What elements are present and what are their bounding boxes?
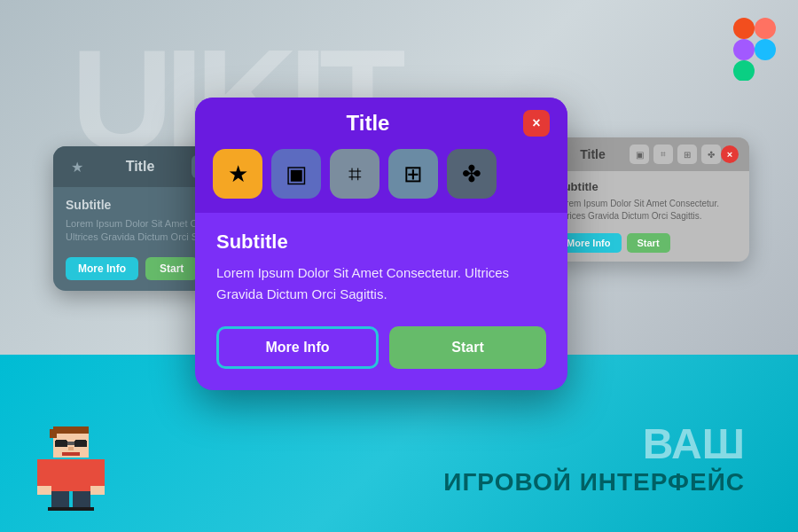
card-purple-close-button[interactable]: ×	[523, 110, 550, 137]
svg-rect-7	[50, 429, 57, 438]
card-light-icon-4: ✤	[701, 145, 721, 164]
card-purple: Title × ★ ▣ ⌗ ⊞ ✤ Subtitle Lorem Ipsum D…	[195, 98, 567, 390]
card-purple-buttons: More Info Start	[216, 326, 546, 369]
card-purple-subtitle: Subtitle	[216, 231, 546, 254]
figma-icon	[733, 18, 776, 71]
card-dark-start-button[interactable]: Start	[145, 257, 198, 280]
game-icon[interactable]: ✤	[447, 149, 497, 199]
card-light-subtitle: Subtitle	[556, 180, 739, 193]
svg-rect-10	[67, 442, 74, 445]
card-purple-moreinfo-button[interactable]: More Info	[216, 326, 379, 369]
key-icon[interactable]: ⌗	[330, 149, 379, 199]
svg-rect-16	[37, 486, 51, 495]
svg-rect-0	[733, 18, 755, 39]
card-dark-title: Title	[89, 159, 192, 175]
card-purple-header: Title ×	[195, 98, 567, 149]
card-light-body: Subtitle Lorem Ipsum Dolor Sit Amet Cons…	[545, 171, 749, 262]
card-dark-moreinfo-button[interactable]: More Info	[66, 257, 138, 280]
card-light-bodytext: Lorem Ipsum Dolor Sit Amet Consectetur. …	[556, 198, 739, 223]
card-light-icon-1: ▣	[630, 145, 649, 164]
star-icon: ★	[66, 155, 89, 178]
card-suit-icon[interactable]: ▣	[271, 149, 321, 199]
russian-line1: ВАШ	[443, 419, 745, 468]
card-light-close-button[interactable]: ×	[721, 145, 739, 163]
svg-rect-3	[733, 60, 755, 81]
card-light-start-button[interactable]: Start	[627, 233, 670, 253]
svg-rect-2	[733, 39, 755, 60]
card-light-header: Title ▣ ⌗ ⊞ ✤ ×	[545, 137, 749, 171]
card-light-icon-2: ⌗	[653, 145, 673, 164]
svg-rect-15	[90, 459, 105, 486]
svg-rect-21	[71, 507, 94, 511]
svg-rect-9	[74, 440, 87, 447]
svg-rect-14	[37, 459, 51, 486]
svg-rect-12	[62, 452, 80, 456]
card-purple-bodytext: Lorem Ipsum Dolor Sit Amet Consectetur. …	[216, 262, 546, 305]
svg-rect-6	[53, 426, 89, 434]
svg-rect-11	[68, 447, 74, 450]
card-purple-icons: ★ ▣ ⌗ ⊞ ✤	[195, 149, 567, 213]
card-light-icons: ▣ ⌗ ⊞ ✤	[630, 145, 721, 164]
svg-rect-20	[48, 507, 71, 511]
gift-icon[interactable]: ⊞	[388, 149, 438, 199]
card-light-icon-3: ⊞	[677, 145, 697, 164]
card-purple-start-button[interactable]: Start	[389, 326, 546, 369]
svg-rect-8	[55, 440, 67, 447]
card-light: Title ▣ ⌗ ⊞ ✤ × Subtitle Lorem Ipsum Dol…	[545, 137, 749, 262]
russian-line2: ИГРОВОЙ ИНТЕРФЕЙС	[443, 468, 745, 497]
russian-text-block: ВАШ ИГРОВОЙ ИНТЕРФЕЙС	[443, 419, 745, 497]
card-purple-title: Title	[213, 111, 523, 136]
star-icon[interactable]: ★	[213, 149, 262, 199]
svg-rect-1	[755, 18, 776, 39]
card-purple-body: Subtitle Lorem Ipsum Dolor Sit Amet Cons…	[195, 213, 567, 390]
svg-rect-13	[51, 459, 90, 491]
svg-point-4	[755, 39, 776, 60]
card-light-buttons: More Info Start	[556, 233, 739, 253]
svg-rect-17	[90, 486, 105, 495]
pixel-character	[35, 422, 106, 514]
